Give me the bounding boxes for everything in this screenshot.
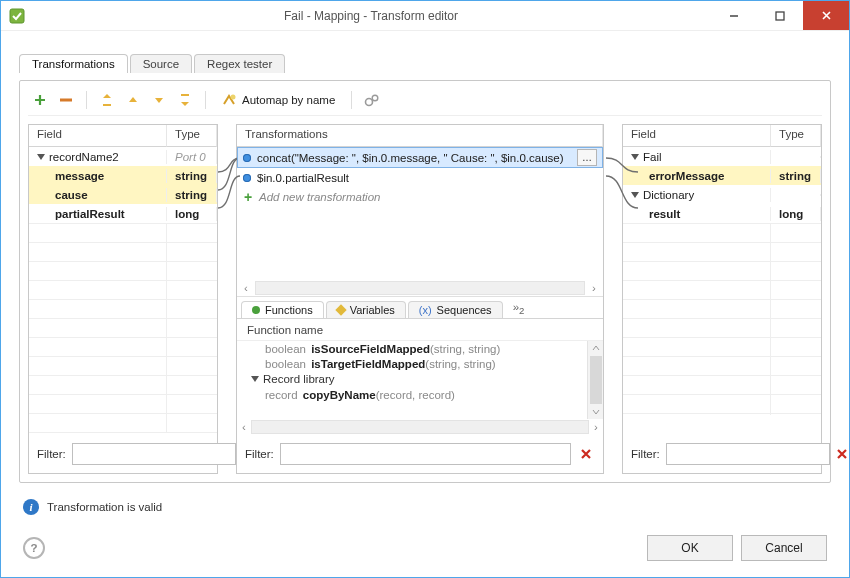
window: Fail - Mapping - Transform editor Transf…	[0, 0, 850, 578]
col-type[interactable]: Type	[167, 125, 217, 147]
transform-panel: Transformations concat("Message: ", $in.…	[236, 124, 604, 474]
diamond-icon	[335, 304, 346, 315]
clear-filter-button[interactable]	[836, 445, 848, 463]
output-field-row[interactable]: result long	[623, 204, 821, 223]
titlebar: Fail - Mapping - Transform editor	[1, 1, 849, 31]
ok-button[interactable]: OK	[647, 535, 733, 561]
minimize-button[interactable]	[711, 1, 757, 30]
separator	[351, 91, 352, 109]
edit-expression-button[interactable]: …	[577, 149, 597, 166]
gear-icon	[364, 93, 380, 107]
transform-item[interactable]: $in.0.partialResult	[237, 168, 603, 187]
scroll-up-icon[interactable]	[588, 341, 603, 355]
svg-rect-0	[10, 9, 24, 23]
subtabs: Functions Variables (x)Sequences »2	[237, 297, 603, 319]
status-text: Transformation is valid	[47, 501, 162, 513]
filter-row: Filter:	[623, 435, 821, 473]
functions-hscroll[interactable]: ‹›	[237, 419, 603, 435]
functions-panel: Function name boolean isSourceFieldMappe…	[237, 319, 603, 435]
functions-list[interactable]: boolean isSourceFieldMapped(string, stri…	[237, 341, 603, 419]
svg-point-5	[231, 95, 236, 100]
output-group-row[interactable]: Fail	[623, 147, 821, 166]
item-bullet-icon	[243, 154, 251, 162]
filter-label: Filter:	[37, 448, 66, 460]
transform-item[interactable]: concat("Message: ", $in.0.message, " Cau…	[237, 147, 603, 168]
info-icon: i	[23, 499, 39, 515]
move-top-button[interactable]	[97, 90, 117, 110]
svg-point-7	[373, 95, 379, 101]
sequence-icon: (x)	[419, 304, 432, 316]
input-tree[interactable]: recordName2 Port 0 message string cause …	[29, 147, 217, 435]
input-field-row[interactable]: cause string	[29, 185, 217, 204]
input-field-row[interactable]: partialResult long	[29, 204, 217, 223]
function-group[interactable]: Record library	[237, 371, 603, 387]
filter-row: Filter:	[237, 435, 603, 473]
col-type[interactable]: Type	[771, 125, 821, 147]
plus-icon: +	[243, 192, 253, 202]
settings-button[interactable]	[362, 90, 382, 110]
expand-icon[interactable]	[631, 192, 639, 198]
filter-input[interactable]	[666, 443, 830, 465]
filter-input[interactable]	[280, 443, 571, 465]
expand-icon[interactable]	[251, 376, 259, 382]
svg-rect-2	[60, 99, 72, 102]
move-bottom-button[interactable]	[175, 90, 195, 110]
subtab-variables[interactable]: Variables	[326, 301, 406, 318]
toolbar: Automap by name	[28, 89, 822, 116]
scroll-down-icon[interactable]	[588, 405, 603, 419]
move-up-button[interactable]	[123, 90, 143, 110]
functions-vscroll[interactable]	[587, 341, 603, 419]
add-transform-row[interactable]: + Add new transformation	[237, 187, 603, 206]
add-button[interactable]	[30, 90, 50, 110]
scroll-left-icon[interactable]: ‹	[239, 281, 253, 295]
filter-input[interactable]	[72, 443, 236, 465]
function-item[interactable]: boolean isTargetFieldMapped(string, stri…	[237, 356, 603, 371]
transform-list[interactable]: concat("Message: ", $in.0.message, " Cau…	[237, 147, 603, 280]
tab-transformations[interactable]: Transformations	[19, 54, 128, 73]
cancel-button[interactable]: Cancel	[741, 535, 827, 561]
tab-regex-tester[interactable]: Regex tester	[194, 54, 285, 73]
filter-row: Filter:	[29, 435, 217, 473]
output-panel: Field Type Fail errorMessage string	[622, 124, 822, 474]
col-field[interactable]: Field	[623, 125, 771, 147]
client-area: Transformations Source Regex tester Auto…	[1, 31, 849, 577]
automap-button[interactable]: Automap by name	[216, 89, 341, 111]
output-group-row[interactable]: Dictionary	[623, 185, 821, 204]
item-bullet-icon	[243, 174, 251, 182]
move-down-button[interactable]	[149, 90, 169, 110]
functions-header: Function name	[237, 319, 603, 341]
subtab-sequences[interactable]: (x)Sequences	[408, 301, 503, 318]
svg-rect-3	[103, 104, 111, 106]
subtab-functions[interactable]: Functions	[241, 301, 324, 318]
function-item[interactable]: record copyByName(record, record)	[237, 387, 603, 402]
function-item[interactable]: boolean isSourceFieldMapped(string, stri…	[237, 341, 603, 356]
filter-label: Filter:	[245, 448, 274, 460]
tab-source[interactable]: Source	[130, 54, 192, 73]
scroll-right-icon[interactable]: ›	[587, 281, 601, 295]
expand-icon[interactable]	[631, 154, 639, 160]
help-button[interactable]: ?	[23, 537, 45, 559]
columns: Field Type recordName2 Port 0 message st…	[28, 124, 822, 474]
maximize-button[interactable]	[757, 1, 803, 30]
svg-rect-4	[181, 94, 189, 96]
svg-point-6	[366, 99, 373, 106]
close-button[interactable]	[803, 1, 849, 30]
filter-label: Filter:	[631, 448, 660, 460]
window-title: Fail - Mapping - Transform editor	[31, 9, 711, 23]
transform-hscroll[interactable]: ‹ ›	[237, 280, 603, 296]
tab-content: Automap by name Field	[19, 80, 831, 483]
separator	[86, 91, 87, 109]
app-icon	[9, 8, 25, 24]
subtab-overflow[interactable]: »2	[505, 299, 533, 318]
clear-filter-button[interactable]	[577, 445, 595, 463]
separator	[205, 91, 206, 109]
automap-icon	[222, 93, 236, 107]
input-field-row[interactable]: message string	[29, 166, 217, 185]
output-tree[interactable]: Fail errorMessage string Dictionary	[623, 147, 821, 435]
output-field-row[interactable]: errorMessage string	[623, 166, 821, 185]
input-port-row[interactable]: recordName2 Port 0	[29, 147, 217, 166]
remove-button[interactable]	[56, 90, 76, 110]
expand-icon[interactable]	[37, 154, 45, 160]
bottom-bar: ? OK Cancel	[19, 523, 831, 567]
col-field[interactable]: Field	[29, 125, 167, 147]
